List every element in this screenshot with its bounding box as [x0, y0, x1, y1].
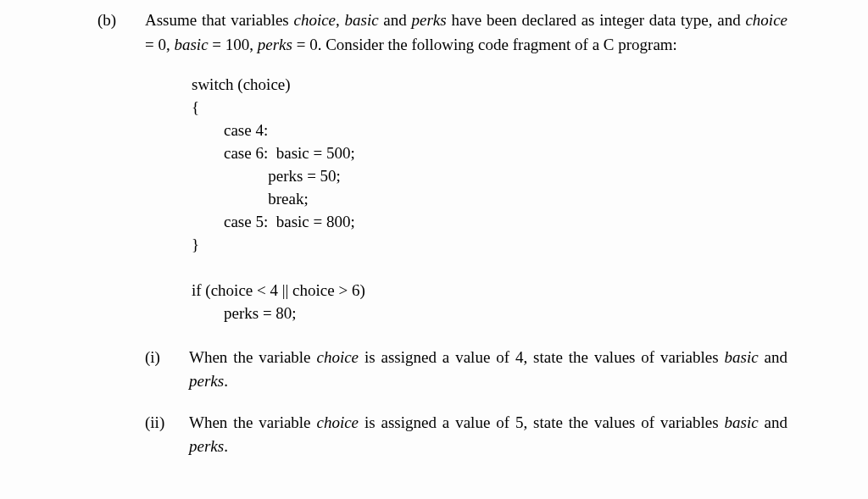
question-content: Assume that variables choice, basic and … [145, 8, 787, 476]
question-label: (b) [97, 8, 130, 476]
var-choice: choice [316, 348, 359, 366]
var-perks: perks [189, 372, 224, 390]
var-perks: perks [412, 11, 447, 29]
var-perks: perks [189, 437, 224, 455]
text: When the variable [189, 348, 316, 366]
var-basic: basic [725, 348, 759, 366]
text: have been declared as integer data type,… [447, 11, 746, 29]
var-choice: choice [316, 413, 359, 431]
text: Assume that variables [145, 11, 293, 29]
question-b: (b) Assume that variables choice, basic … [97, 8, 787, 476]
text: is assigned a value of 4, state the valu… [359, 348, 725, 366]
text: and [759, 348, 787, 366]
var-choice: choice [293, 11, 336, 29]
text: , [336, 11, 344, 29]
var-perks: perks [258, 36, 292, 53]
text: . [224, 372, 228, 390]
sub-label: (i) [145, 346, 174, 394]
var-choice: choice [745, 11, 787, 29]
text: and [759, 413, 787, 431]
var-basic: basic [345, 11, 379, 29]
code-fragment: switch (choice) { case 4: case 6: basic … [192, 74, 787, 325]
question-intro: Assume that variables choice, basic and … [145, 8, 787, 57]
text: . [224, 437, 228, 455]
sub-question-i: (i) When the variable choice is assigned… [145, 346, 787, 394]
text: is assigned a value of 5, state the valu… [359, 413, 725, 431]
sub-content: When the variable choice is assigned a v… [189, 411, 787, 459]
text: = 100, [209, 36, 258, 53]
var-basic: basic [174, 36, 208, 53]
var-basic: basic [725, 413, 759, 431]
sub-question-ii: (ii) When the variable choice is assigne… [145, 411, 787, 459]
text: = 0. Consider the following code fragmen… [292, 36, 677, 53]
text: and [379, 11, 412, 29]
text: = 0, [145, 36, 174, 53]
text: When the variable [189, 413, 316, 431]
sub-content: When the variable choice is assigned a v… [189, 346, 787, 394]
sub-label: (ii) [145, 411, 174, 459]
